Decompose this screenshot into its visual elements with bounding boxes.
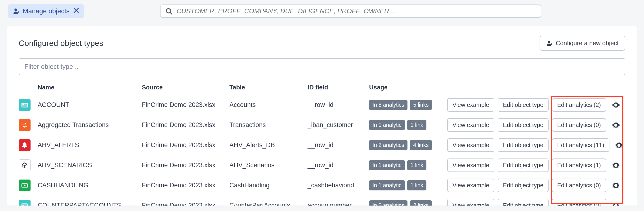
close-icon xyxy=(73,7,80,14)
cell-source: FinCrime Demo 2023.xlsx xyxy=(142,101,230,109)
cell-name: AHV_ALERTS xyxy=(38,141,142,149)
object-type-icon xyxy=(19,200,30,206)
edit-analytics-button[interactable]: Edit analytics (0) xyxy=(552,179,606,192)
row-settings-button[interactable] xyxy=(606,182,625,189)
chip-label: Manage objects xyxy=(23,7,70,15)
cell-id-field: _cashbehaviorid xyxy=(308,182,369,189)
person-plus-icon xyxy=(13,8,20,14)
filter-object-type-input[interactable] xyxy=(19,58,625,75)
panel-title: Configured object types xyxy=(19,38,103,48)
row-actions: View exampleEdit object typeEdit analyti… xyxy=(447,98,606,112)
edit-analytics-button[interactable]: Edit analytics (0) xyxy=(552,118,606,132)
search-icon xyxy=(165,7,172,15)
edit-analytics-button[interactable]: Edit analytics (2) xyxy=(552,98,606,112)
cell-table: Accounts xyxy=(230,101,308,109)
object-type-icon xyxy=(19,159,30,171)
cell-table: Transactions xyxy=(230,121,308,129)
usage-links-badge: 4 links xyxy=(410,140,432,150)
cell-table: CashHandling xyxy=(230,182,308,189)
row-actions: View exampleEdit object typeEdit analyti… xyxy=(447,199,606,206)
cell-table: CounterPartAccounts xyxy=(230,202,308,206)
row-actions: View exampleEdit object typeEdit analyti… xyxy=(447,179,606,192)
gear-icon xyxy=(612,162,620,169)
usage-links-badge: 1 link xyxy=(407,160,427,170)
cell-source: FinCrime Demo 2023.xlsx xyxy=(142,182,230,189)
view-example-button[interactable]: View example xyxy=(447,98,494,112)
col-id-field: ID field xyxy=(308,84,369,91)
table-row: CASHHANDLINGFinCrime Demo 2023.xlsxCashH… xyxy=(19,175,625,195)
cell-source: FinCrime Demo 2023.xlsx xyxy=(142,202,230,206)
cell-id-field: __row_id xyxy=(308,162,369,169)
edit-object-type-button[interactable]: Edit object type xyxy=(498,98,548,112)
cell-name: CASHHANDLING xyxy=(38,182,142,189)
usage-analytics-badge: In 8 analytics xyxy=(369,100,408,110)
cell-name: Aggregated Transactions xyxy=(38,121,142,129)
usage-links-badge: 1 link xyxy=(407,120,427,130)
table-row: COUNTERPARTACCOUNTSFinCrime Demo 2023.xl… xyxy=(19,195,625,206)
configure-new-object-label: Configure a new object xyxy=(556,39,619,47)
global-search[interactable] xyxy=(160,4,541,18)
edit-analytics-button[interactable]: Edit analytics (0) xyxy=(552,199,606,206)
table-header: Name Source Table ID field Usage xyxy=(19,80,625,95)
view-example-button[interactable]: View example xyxy=(447,179,494,192)
object-type-icon xyxy=(19,99,30,111)
person-plus-icon xyxy=(546,40,552,46)
chip-close[interactable] xyxy=(73,7,80,15)
object-types-table: Name Source Table ID field Usage ACCOUNT… xyxy=(19,80,625,206)
gear-icon xyxy=(612,121,620,129)
cell-table: AHV_Alerts_DB xyxy=(230,141,308,149)
edit-object-type-button[interactable]: Edit object type xyxy=(498,199,548,206)
row-settings-button[interactable] xyxy=(606,101,625,109)
cell-id-field: _iban_customer xyxy=(308,121,369,129)
table-row: ACCOUNTFinCrime Demo 2023.xlsxAccounts__… xyxy=(19,95,625,115)
row-actions: View exampleEdit object typeEdit analyti… xyxy=(447,159,606,172)
object-type-icon xyxy=(19,139,30,151)
edit-object-type-button[interactable]: Edit object type xyxy=(498,138,548,152)
cell-id-field: __row_id xyxy=(308,141,369,149)
cell-usage: In 5 analytics2 links xyxy=(369,200,447,206)
row-actions: View exampleEdit object typeEdit analyti… xyxy=(447,118,606,132)
cell-source: FinCrime Demo 2023.xlsx xyxy=(142,141,230,149)
cell-usage: In 2 analytics4 links xyxy=(369,140,447,150)
configure-new-object-button[interactable]: Configure a new object xyxy=(540,36,625,51)
cell-usage: In 1 analytic1 link xyxy=(369,180,447,191)
cell-usage: In 1 analytic1 link xyxy=(369,120,447,130)
view-example-button[interactable]: View example xyxy=(447,118,494,132)
gear-icon xyxy=(612,202,620,206)
row-settings-button[interactable] xyxy=(606,162,625,169)
edit-object-type-button[interactable]: Edit object type xyxy=(498,179,548,192)
cell-source: FinCrime Demo 2023.xlsx xyxy=(142,121,230,129)
col-source: Source xyxy=(142,84,230,91)
col-table: Table xyxy=(230,84,308,91)
usage-analytics-badge: In 1 analytic xyxy=(369,160,405,170)
configured-object-types-panel: Configured object types Configure a new … xyxy=(7,26,637,206)
cell-name: ACCOUNT xyxy=(38,101,142,109)
row-actions: View exampleEdit object typeEdit analyti… xyxy=(447,138,610,152)
cell-name: AHV_SCENARIOS xyxy=(38,162,142,169)
usage-links-badge: 5 links xyxy=(410,100,432,110)
table-row: AHV_SCENARIOSFinCrime Demo 2023.xlsxAHV_… xyxy=(19,155,625,175)
cell-id-field: __row_id xyxy=(308,101,369,109)
usage-analytics-badge: In 1 analytic xyxy=(369,120,405,130)
manage-objects-chip[interactable]: Manage objects xyxy=(8,4,84,18)
edit-analytics-button[interactable]: Edit analytics (1) xyxy=(552,159,606,172)
gear-icon xyxy=(612,101,620,109)
search-input[interactable] xyxy=(177,7,536,15)
row-settings-button[interactable] xyxy=(606,202,625,206)
edit-object-type-button[interactable]: Edit object type xyxy=(498,159,548,172)
view-example-button[interactable]: View example xyxy=(447,199,494,206)
view-example-button[interactable]: View example xyxy=(447,159,494,172)
cell-usage: In 8 analytics5 links xyxy=(369,100,447,110)
edit-object-type-button[interactable]: Edit object type xyxy=(498,118,548,132)
gear-icon xyxy=(612,182,620,189)
table-row: Aggregated TransactionsFinCrime Demo 202… xyxy=(19,115,625,135)
table-row: AHV_ALERTSFinCrime Demo 2023.xlsxAHV_Ale… xyxy=(19,135,625,155)
row-settings-button[interactable] xyxy=(606,121,625,129)
view-example-button[interactable]: View example xyxy=(447,138,494,152)
row-settings-button[interactable] xyxy=(610,141,628,149)
cell-usage: In 1 analytic1 link xyxy=(369,160,447,170)
usage-links-badge: 2 links xyxy=(410,200,432,206)
edit-analytics-button[interactable]: Edit analytics (11) xyxy=(552,138,610,152)
gear-icon xyxy=(615,141,623,149)
cell-table: AHV_Scenarios xyxy=(230,162,308,169)
